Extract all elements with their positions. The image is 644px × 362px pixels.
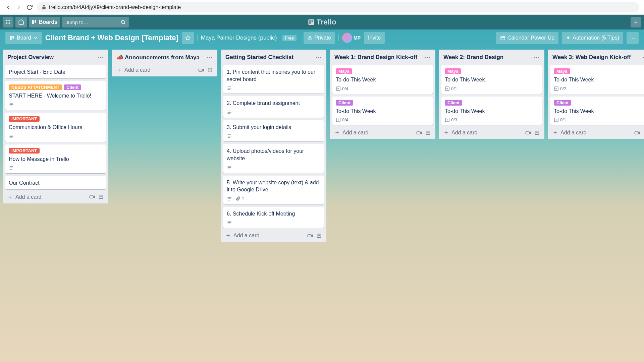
add-card-button[interactable]: Add a card: [443, 130, 477, 136]
svg-rect-9: [32, 20, 34, 24]
add-card-button[interactable]: Add a card: [7, 194, 41, 200]
template-icon[interactable]: [316, 233, 322, 239]
svg-point-1: [8, 20, 9, 21]
board-canvas[interactable]: Project Overview ⋯ Project Start - End D…: [0, 46, 644, 362]
board-menu-button[interactable]: ⋯: [627, 32, 639, 44]
card[interactable]: Project Start - End Date: [5, 65, 106, 78]
trello-logo[interactable]: Trello: [308, 18, 336, 26]
card[interactable]: NEEDS ATTATCHMENTClient START HERE - Wel…: [5, 81, 106, 110]
list-title[interactable]: Getting Started Checklist: [225, 54, 293, 61]
template-icon[interactable]: [425, 130, 431, 136]
template-icon[interactable]: [534, 130, 540, 136]
search-box[interactable]: [62, 17, 129, 27]
list-menu-button[interactable]: ⋯: [315, 54, 322, 61]
card[interactable]: 2. Complete brand assignment: [223, 96, 324, 118]
board-view-button[interactable]: Board: [5, 32, 42, 44]
svg-rect-71: [336, 86, 340, 90]
card[interactable]: Maya To-do This Week 0/1: [441, 65, 542, 94]
card-label[interactable]: Maya: [554, 68, 570, 74]
card[interactable]: 4. Upload photos/videos for your website: [223, 144, 324, 173]
card[interactable]: IMPORTANT Communication & Office Hours: [5, 113, 106, 142]
card[interactable]: 5. Write your website copy (text) & add …: [223, 176, 324, 204]
board-title[interactable]: Client Brand + Web Design [Template]: [45, 34, 178, 42]
boards-button[interactable]: Boards: [29, 17, 60, 27]
svg-rect-78: [427, 132, 429, 133]
template-icon[interactable]: [98, 194, 104, 200]
home-button[interactable]: [15, 17, 27, 27]
add-card-button[interactable]: Add a card: [116, 67, 150, 73]
card[interactable]: 1. Pin content that inspires you to our …: [223, 65, 324, 94]
list-title[interactable]: 📣 Announcements from Maya: [116, 54, 200, 61]
video-icon[interactable]: [198, 67, 204, 73]
card[interactable]: Client To-do This Week 0/4: [332, 97, 433, 125]
list-title[interactable]: Week 3: Web Design Kick-off: [552, 54, 631, 61]
list-title[interactable]: Project Overview: [7, 54, 54, 61]
card-title: To-do This Week: [445, 76, 538, 83]
list-menu-button[interactable]: ⋯: [533, 54, 540, 61]
video-icon[interactable]: [416, 130, 422, 136]
list-menu-button[interactable]: ⋯: [97, 54, 104, 61]
checklist-badge: 0/3: [445, 117, 457, 122]
divider: [300, 35, 300, 41]
address-bar[interactable]: trello.com/b/4At4jyX9/client-brand-web-d…: [37, 2, 639, 12]
card-label[interactable]: NEEDS ATTATCHMENT: [9, 84, 62, 90]
card[interactable]: Our Contract: [5, 176, 106, 189]
list: Week 1: Brand Design Kick-off ⋯ Maya To-…: [330, 50, 435, 139]
card[interactable]: Client To-do This Week 0/1: [550, 97, 644, 125]
list-title[interactable]: Week 1: Brand Design Kick-off: [334, 54, 417, 61]
reload-button[interactable]: [26, 4, 33, 11]
list: Project Overview ⋯ Project Start - End D…: [3, 50, 108, 203]
video-icon[interactable]: [634, 130, 640, 136]
card[interactable]: Client To-do This Week 0/3: [441, 97, 542, 125]
add-card-button[interactable]: Add a card: [552, 130, 586, 136]
card-label[interactable]: IMPORTANT: [9, 116, 40, 122]
card[interactable]: 3. Submit your login details: [223, 120, 324, 142]
svg-rect-40: [100, 196, 102, 197]
description-icon: [227, 165, 232, 170]
boards-label: Boards: [39, 19, 57, 25]
card[interactable]: 6. Schedule Kick-off Meeting: [223, 207, 324, 228]
card[interactable]: IMPORTANT How to Message in Trello: [5, 144, 106, 174]
video-icon[interactable]: [525, 130, 531, 136]
add-card-button[interactable]: Add a card: [225, 233, 259, 239]
list-menu-button[interactable]: ⋯: [206, 54, 213, 61]
calendar-powerup-button[interactable]: Calendar Power-Up: [496, 32, 559, 44]
forward-button[interactable]: [15, 4, 22, 11]
list-title[interactable]: Week 2: Brand Design: [443, 54, 503, 61]
list: Getting Started Checklist ⋯ 1. Pin conte…: [221, 50, 326, 242]
card-label[interactable]: Maya: [445, 68, 461, 74]
video-icon[interactable]: [307, 233, 313, 239]
invite-button[interactable]: Invite: [364, 32, 385, 44]
add-card-button[interactable]: Add a card: [334, 130, 368, 136]
search-input[interactable]: [65, 19, 126, 25]
automation-button[interactable]: Automation (5 Tips): [562, 32, 623, 44]
template-icon[interactable]: [207, 67, 213, 73]
card-label[interactable]: Client: [445, 100, 462, 106]
workspace-name[interactable]: Maya Palmer Designs (public): [201, 35, 277, 41]
svg-line-12: [124, 23, 125, 24]
apps-menu-button[interactable]: [3, 17, 13, 27]
back-button[interactable]: [5, 4, 11, 11]
star-button[interactable]: [182, 32, 194, 44]
visibility-button[interactable]: Private: [304, 32, 335, 44]
card-label[interactable]: IMPORTANT: [9, 148, 40, 154]
card-label[interactable]: Client: [554, 100, 571, 106]
list-menu-button[interactable]: ⋯: [424, 54, 431, 61]
card[interactable]: Maya To-do This Week 0/2: [550, 65, 644, 94]
lock-icon: [308, 36, 312, 40]
create-button[interactable]: [631, 17, 641, 27]
invite-label: Invite: [368, 35, 381, 41]
trello-logo-icon: [308, 19, 315, 25]
list-menu-button[interactable]: ⋯: [642, 54, 644, 61]
card-label[interactable]: Client: [64, 84, 81, 90]
card-label[interactable]: Maya: [336, 68, 352, 74]
description-icon: [227, 110, 232, 115]
video-icon[interactable]: [89, 194, 95, 200]
svg-rect-22: [501, 36, 505, 40]
card-label[interactable]: Client: [336, 100, 353, 106]
card[interactable]: Maya To-do This Week 0/4: [332, 65, 433, 94]
card-title: Project Start - End Date: [9, 68, 102, 76]
card-title: Our Contract: [9, 179, 102, 187]
svg-rect-83: [526, 132, 529, 134]
member-chip[interactable]: MP: [342, 33, 361, 43]
